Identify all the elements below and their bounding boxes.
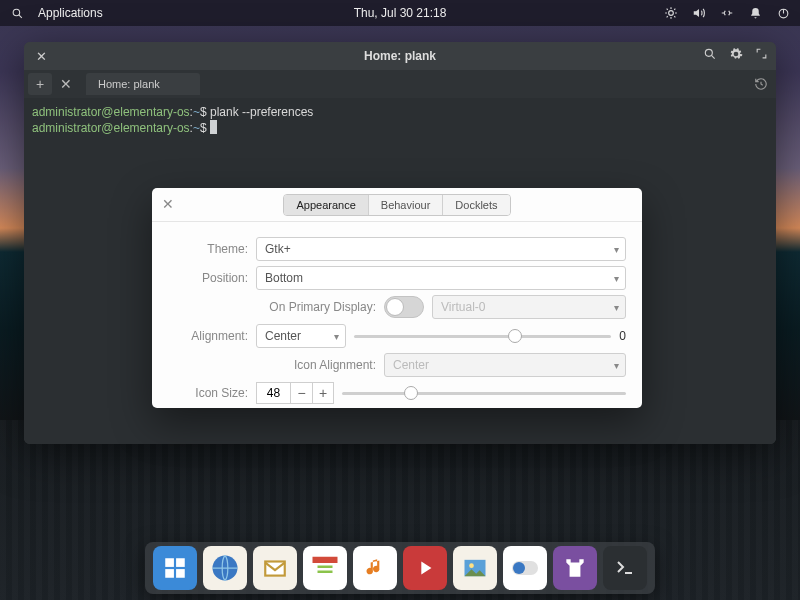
terminal-tab[interactable]: Home: plank (86, 73, 200, 95)
tab-appearance[interactable]: Appearance (284, 195, 368, 215)
alignment-offset-value: 0 (619, 329, 626, 343)
svg-point-0 (13, 9, 20, 16)
svg-rect-16 (176, 558, 185, 567)
search-icon[interactable] (703, 47, 717, 61)
tab-docklets[interactable]: Docklets (443, 195, 509, 215)
chevron-down-icon: ▾ (614, 273, 619, 284)
applications-menu[interactable]: Applications (38, 6, 103, 20)
svg-line-9 (667, 16, 668, 17)
primary-display-label: On Primary Display: (256, 300, 376, 314)
svg-rect-21 (313, 557, 338, 563)
top-panel: Applications Thu, Jul 30 21:18 (0, 0, 800, 26)
volume-icon[interactable] (692, 6, 706, 20)
window-close-button[interactable]: ✕ (32, 47, 50, 65)
alignment-offset-slider[interactable] (354, 326, 611, 346)
dock-app-videos[interactable] (403, 546, 447, 590)
chevron-down-icon: ▾ (334, 331, 339, 342)
plank-preferences-dialog: ✕ Appearance Behaviour Docklets Theme: G… (152, 188, 642, 408)
dock-app-browser[interactable] (203, 546, 247, 590)
chevron-down-icon: ▾ (614, 302, 619, 313)
brightness-icon[interactable] (664, 6, 678, 20)
dock-app-photos[interactable] (453, 546, 497, 590)
terminal-line: administrator@elementary-os:~$ (32, 120, 768, 136)
gear-icon[interactable] (729, 47, 743, 61)
maximize-icon[interactable] (755, 47, 768, 61)
icon-size-stepper: − + (256, 382, 334, 404)
icon-size-decrease[interactable]: − (290, 382, 312, 404)
position-label: Position: (168, 271, 248, 285)
theme-combo[interactable]: Gtk+▾ (256, 237, 626, 261)
alignment-combo[interactable]: Center▾ (256, 324, 346, 348)
close-icon[interactable]: ✕ (162, 196, 174, 212)
dock-app-music[interactable] (353, 546, 397, 590)
svg-point-26 (469, 563, 474, 568)
panel-clock[interactable]: Thu, Jul 30 21:18 (354, 6, 447, 20)
svg-line-8 (674, 16, 675, 17)
terminal-titlebar[interactable]: ✕ Home: plank (24, 42, 776, 70)
power-icon[interactable] (776, 6, 790, 20)
primary-display-switch[interactable] (384, 296, 424, 318)
terminal-line: administrator@elementary-os:~$ plank --p… (32, 104, 768, 120)
new-tab-button[interactable]: + (28, 73, 52, 95)
dock-app-appcenter[interactable] (553, 546, 597, 590)
icon-size-increase[interactable]: + (312, 382, 334, 404)
svg-rect-17 (165, 569, 174, 578)
plank-dock (145, 542, 655, 594)
close-tab-button[interactable]: ✕ (54, 73, 78, 95)
dock-app-settings[interactable] (503, 546, 547, 590)
display-combo: Virtual-0▾ (432, 295, 626, 319)
prefs-tabs: Appearance Behaviour Docklets (283, 194, 510, 216)
icon-alignment-label: Icon Alignment: (256, 358, 376, 372)
dialog-header[interactable]: ✕ Appearance Behaviour Docklets (152, 188, 642, 222)
dock-app-terminal[interactable] (603, 546, 647, 590)
svg-rect-15 (165, 558, 174, 567)
svg-line-14 (711, 55, 714, 58)
dock-app-multitasking[interactable] (153, 546, 197, 590)
icon-size-input[interactable] (256, 382, 290, 404)
terminal-tabbar: + ✕ Home: plank (24, 70, 776, 98)
svg-point-2 (669, 11, 674, 16)
network-icon[interactable] (720, 6, 734, 20)
svg-line-10 (674, 9, 675, 10)
terminal-cursor (210, 120, 217, 134)
icon-size-slider[interactable] (342, 383, 626, 403)
svg-rect-18 (176, 569, 185, 578)
tab-behaviour[interactable]: Behaviour (369, 195, 444, 215)
position-combo[interactable]: Bottom▾ (256, 266, 626, 290)
theme-label: Theme: (168, 242, 248, 256)
search-icon[interactable] (10, 6, 24, 20)
dock-app-mail[interactable] (253, 546, 297, 590)
notifications-icon[interactable] (748, 6, 762, 20)
icon-alignment-combo: Center▾ (384, 353, 626, 377)
svg-point-28 (513, 562, 525, 574)
icon-size-label: Icon Size: (168, 386, 248, 400)
history-icon[interactable] (754, 77, 768, 91)
dock-app-calendar[interactable] (303, 546, 347, 590)
svg-point-13 (705, 49, 712, 56)
window-title: Home: plank (364, 49, 436, 63)
svg-line-1 (18, 14, 21, 17)
svg-line-7 (667, 9, 668, 10)
alignment-label: Alignment: (168, 329, 248, 343)
chevron-down-icon: ▾ (614, 360, 619, 371)
chevron-down-icon: ▾ (614, 244, 619, 255)
